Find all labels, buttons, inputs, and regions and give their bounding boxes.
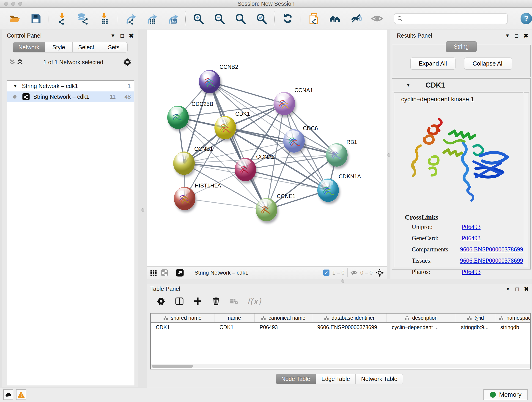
grid-view-icon[interactable] [150,269,157,276]
results-panel-float-icon[interactable]: □ [515,33,519,38]
show-columns-icon[interactable] [175,296,184,306]
collapse-all-icon[interactable] [8,59,16,65]
control-panel-close-icon[interactable]: ✖ [129,33,134,39]
network-edge[interactable] [185,198,266,210]
network-node-ccnb2[interactable] [199,70,220,93]
left-splitter-handle[interactable] [141,208,144,212]
help-button[interactable]: ? [520,13,532,24]
cloud-button[interactable] [3,389,13,400]
tab-select[interactable]: Select [73,42,100,52]
table-row[interactable]: CDK1CDK1P064939606.ENSP00000378699cyclin… [151,323,530,332]
bottom-splitter-handle[interactable] [341,279,344,283]
hidden-eye-icon[interactable] [350,269,358,276]
network-edge[interactable] [210,82,266,210]
delete-table-icon[interactable] [230,297,238,306]
export-network-icon[interactable] [124,13,136,25]
column-header--id[interactable]: @id [456,313,495,322]
export-image-icon[interactable] [166,13,178,25]
import-network-database-icon[interactable] [77,13,89,25]
table-cell[interactable]: stringdb:9... [456,323,495,332]
network-node-cdc6[interactable] [283,129,305,153]
table-cell[interactable]: CDK1 [215,323,254,332]
table-cell[interactable]: 9606.ENSP00000378699 [312,323,387,332]
network-node-ccna1[interactable] [273,92,295,115]
collection-caret-icon[interactable]: ▼ [13,84,17,89]
table-cell[interactable]: stringdb [495,323,531,332]
crosslink-link[interactable]: P06493 [462,268,481,275]
import-table-icon[interactable] [98,13,110,25]
tab-network[interactable]: Network [13,42,45,52]
delete-column-icon[interactable] [211,296,221,306]
birds-eye-view-icon[interactable] [176,269,184,277]
network-edge[interactable] [178,117,294,141]
network-node-cdkn1a[interactable] [317,179,339,202]
crosslink-link[interactable]: 9606.ENSP00000378699 [460,257,523,264]
tab-network-table[interactable]: Network Table [355,374,403,384]
tab-edge-table[interactable]: Edge Table [316,374,356,384]
crosslink-link[interactable]: P06493 [462,223,481,230]
import-network-file-icon[interactable] [56,13,68,25]
collapse-all-button[interactable]: Collapse All [464,57,512,70]
table-cell[interactable]: P06493 [254,323,312,332]
expand-all-icon[interactable] [16,59,24,65]
left-splitter[interactable] [138,30,147,387]
column-header-canonical-name[interactable]: canonical name [254,313,312,322]
memory-button[interactable]: Memory [483,389,528,400]
column-header-description[interactable]: description [387,313,456,322]
zoom-out-icon[interactable] [214,13,225,25]
table-cell[interactable]: cyclin–dependent ... [387,323,456,332]
refresh-icon[interactable] [282,13,294,25]
warning-button[interactable] [16,389,26,400]
table-panel-float-icon[interactable]: □ [515,286,519,292]
tab-style[interactable]: Style [45,42,73,52]
hide-details-icon[interactable] [350,13,362,25]
control-panel-menu-icon[interactable]: ▼ [110,33,115,38]
save-session-icon[interactable] [30,13,42,25]
network-node-cdc25b[interactable] [167,106,189,129]
crosslink-link[interactable]: P06493 [462,235,481,242]
export-table-icon[interactable] [145,13,157,25]
function-builder-icon[interactable]: f(x) [247,297,261,306]
network-node-hist1h1a[interactable] [174,187,196,210]
table-hscrollbar[interactable] [151,364,530,368]
network-node-rb1[interactable] [326,143,348,167]
table-cell[interactable]: CDK1 [151,323,215,332]
selected-checkbox[interactable]: ✓ [323,269,329,276]
column-header-shared-name[interactable]: shared name [151,313,215,322]
network-node-ccnb1[interactable] [173,152,195,175]
crosslink-link[interactable]: 9606.ENSP00000378699 [460,246,523,253]
results-panel-close-icon[interactable]: ✖ [523,33,528,39]
table-hscrollbar-thumb[interactable] [152,365,193,368]
tab-string[interactable]: String [446,41,476,52]
network-document-icon[interactable] [308,13,320,25]
column-header-name[interactable]: name [215,313,254,322]
column-header-namespac[interactable]: namespac [495,313,531,322]
network-row[interactable]: String Network – cdk1 11 48 [7,91,134,102]
tab-node-table[interactable]: Node Table [276,374,316,384]
pan-crosshair-icon[interactable] [375,268,384,277]
table-panel-menu-icon[interactable]: ▼ [505,287,510,292]
table-panel-close-icon[interactable]: ✖ [524,286,529,292]
network-options-gear-icon[interactable] [123,57,132,67]
network-node-ccna2[interactable] [234,158,256,181]
tab-sets[interactable]: Sets [100,42,128,52]
section-caret-icon[interactable]: ▼ [406,83,411,88]
network-edge[interactable] [210,82,284,104]
show-details-icon[interactable] [371,13,383,25]
network-view[interactable]: CCNB2CCNA1CDC25BCDK1CDC6RB1CCNB1CCNA2CDK… [147,30,387,266]
expand-all-button[interactable]: Expand All [410,57,456,70]
zoom-fit-icon[interactable] [234,13,247,25]
table-options-gear-icon[interactable] [156,296,166,306]
network-node-ccne1[interactable] [256,198,277,221]
network-view-share-icon[interactable] [161,269,168,276]
network-collection-row[interactable]: ▼ String Network – cdk1 1 [7,81,134,91]
zoom-in-icon[interactable] [192,13,204,25]
search-input[interactable] [405,15,505,22]
results-scrollbar[interactable] [524,92,529,267]
add-column-icon[interactable] [193,296,203,306]
bottom-splitter[interactable] [147,279,532,284]
column-header-database-identifier[interactable]: database identifier [312,313,387,322]
cdk1-section-header[interactable]: ▼ CDK1 [392,79,530,92]
results-panel-menu-icon[interactable]: ▼ [505,33,510,38]
houses-icon[interactable] [329,13,341,25]
